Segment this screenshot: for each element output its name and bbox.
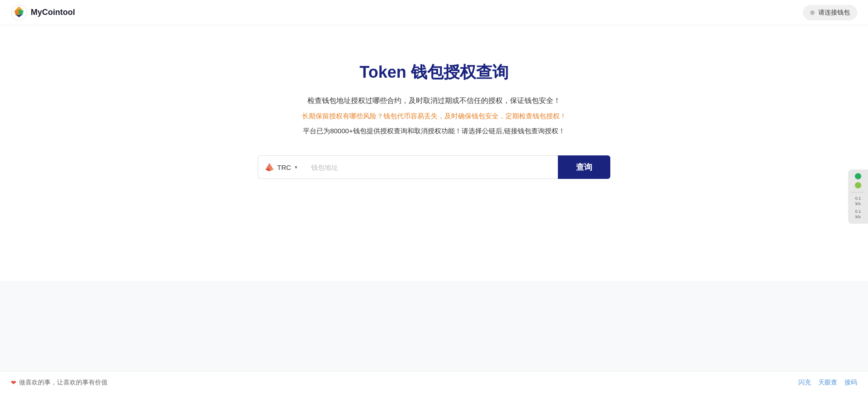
heart-icon: ❤ — [11, 379, 16, 386]
chain-label: TRC — [277, 164, 291, 171]
connect-wallet-label: 请连接钱包 — [818, 9, 850, 17]
main-content: Token 钱包授权查询 检查钱包地址授权过哪些合约，及时取消过期或不信任的授权… — [0, 25, 868, 281]
side-green-dot — [855, 173, 861, 179]
desc-line1: 检查钱包地址授权过哪些合约，及时取消过期或不信任的授权，保证钱包安全！ — [302, 96, 566, 106]
desc-line3: 平台已为80000+钱包提供授权查询和取消授权功能！请选择公链后,链接钱包查询授… — [302, 127, 566, 136]
footer-right: 闪充 天眼查 接码 — [798, 379, 857, 387]
footer: ❤ 做喜欢的事，让喜欢的事有价值 闪充 天眼查 接码 — [0, 371, 868, 393]
desc-line2: 长期保留授权有哪些风险？钱包代币容易丢失，及时确保钱包安全，定期检查钱包授权！ — [302, 112, 566, 121]
logo-icon — [11, 5, 27, 21]
search-bar: TRC ▾ 查询 — [258, 155, 610, 179]
side-stat-1: 0.1 k/s — [851, 196, 865, 206]
footer-link-flash[interactable]: 闪充 — [798, 379, 811, 387]
side-lime-dot — [855, 182, 861, 188]
query-button-label: 查询 — [576, 163, 592, 172]
footer-link-tianyancha[interactable]: 天眼查 — [818, 379, 837, 387]
description-block: 检查钱包地址授权过哪些合约，及时取消过期或不信任的授权，保证钱包安全！ 长期保留… — [302, 96, 566, 150]
tron-icon — [264, 162, 274, 172]
chain-selector[interactable]: TRC ▾ — [258, 155, 304, 179]
query-button[interactable]: 查询 — [558, 155, 610, 179]
footer-slogan: 做喜欢的事，让喜欢的事有价值 — [19, 379, 108, 387]
footer-link-jiema[interactable]: 接码 — [844, 379, 857, 387]
wallet-status-dot — [810, 10, 815, 15]
side-panel: 0.1 k/s 0.1 k/s — [848, 169, 868, 224]
side-stat-2: 0.1 k/s — [851, 210, 865, 220]
logo-area: MyCointool — [11, 5, 75, 21]
wallet-address-input[interactable] — [304, 155, 558, 179]
page-title: Token 钱包授权查询 — [359, 61, 508, 84]
chevron-down-icon: ▾ — [295, 164, 297, 170]
connect-wallet-button[interactable]: 请连接钱包 — [803, 5, 857, 20]
logo-text: MyCointool — [31, 8, 75, 17]
footer-left: ❤ 做喜欢的事，让喜欢的事有价值 — [11, 379, 108, 387]
side-divider — [851, 192, 865, 192]
lower-section — [0, 281, 868, 371]
header: MyCointool 请连接钱包 — [0, 0, 868, 25]
